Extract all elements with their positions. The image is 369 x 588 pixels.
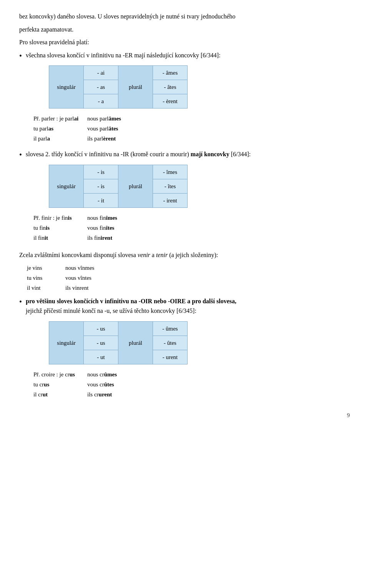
- cell-it: - it: [84, 193, 118, 207]
- cell-urent: - urent: [153, 350, 188, 364]
- ex3-nous-bold: ûmes: [104, 371, 117, 378]
- venir-il: il vint: [27, 283, 65, 292]
- ex3-ils-bold: urent: [99, 391, 112, 398]
- ex3-tu: tu crus: [33, 380, 87, 389]
- ex1-ils: ils parlèrent: [87, 134, 116, 143]
- example-row-il: il parla ils parlèrent: [33, 134, 350, 143]
- venir-row-il: il vint ils vinrent: [27, 283, 350, 292]
- table-row: singulár - is plurál - îmes: [49, 165, 188, 179]
- ex3-je-bold: us: [70, 371, 75, 378]
- ex3-vous-bold: ûtes: [104, 381, 114, 388]
- table-ir: singulár - is plurál - îmes - is - îtes …: [49, 165, 188, 208]
- table-row: singulár - ai plurál - âmes: [49, 66, 188, 80]
- table2-wrapper: singulár - is plurál - îmes - is - îtes …: [49, 165, 350, 208]
- bullet-dot-1: •: [19, 50, 22, 62]
- cell-us1: - us: [84, 321, 118, 336]
- ex2-je-bold: is: [68, 215, 72, 221]
- cell-irent: - irent: [153, 193, 188, 207]
- page-content: bez koncovky) daného slovesa. U sloves n…: [19, 12, 350, 420]
- cell-umes: - ûmes: [153, 321, 188, 336]
- bullet-item-2: • slovesa 2. třídy končící v infinitivu …: [19, 149, 350, 246]
- cell-ai: - ai: [84, 66, 118, 80]
- bullet-dot-2: •: [19, 149, 22, 161]
- venir-tu: tu vins: [27, 273, 65, 282]
- cell-utes: - ûtes: [153, 336, 188, 350]
- cell-us2: - us: [84, 336, 118, 350]
- ex1-nous-bold: âmes: [108, 115, 121, 122]
- ex1-je-bold: ai: [74, 115, 78, 122]
- cell-ut: - ut: [84, 350, 118, 364]
- ex2-je: Př. finir : je finis: [33, 213, 87, 222]
- cell-is2: - is: [84, 179, 118, 193]
- example2-row-tu: tu finis vous finîtes: [33, 223, 350, 232]
- venir-row-tu: tu vins vous vîntes: [27, 273, 350, 282]
- ex2-tu-bold: is: [46, 225, 50, 231]
- ex3-je: Př. croire : je crus: [33, 370, 87, 379]
- tenir-italic: tenir: [156, 252, 168, 258]
- table3-wrapper: singulár - us plurál - ûmes - us - ûtes …: [49, 321, 350, 364]
- top-text-2: perfekta zapamatovat.: [19, 25, 350, 35]
- bullet-text-3: pro většinu sloves končících v infinitiv…: [26, 296, 350, 403]
- bullet3-bold: pro většinu sloves končících v infinitiv…: [26, 298, 236, 304]
- bullet3-text: pro většinu sloves končících v infinitiv…: [26, 298, 236, 304]
- plural-label-3: plurál: [118, 321, 153, 364]
- ex1-je: Př. parler : je parlai: [33, 114, 87, 123]
- table-row: singulár - us plurál - ûmes: [49, 321, 188, 336]
- table-oir: singulár - us plurál - ûmes - us - ûtes …: [49, 321, 188, 364]
- venir-block: je vins nous vînmes tu vins vous vîntes …: [27, 263, 350, 292]
- venir-row-je: je vins nous vînmes: [27, 263, 350, 272]
- ex1-tu-bold: as: [48, 125, 53, 132]
- singular-label-1: singulár: [49, 66, 84, 109]
- bullet3-text2: jejichž příčestí minulé končí na -u, se …: [26, 307, 196, 314]
- ex2-ils-bold: irent: [101, 235, 113, 241]
- bullet-text-1: všechna slovesa končící v infinitivu na …: [26, 50, 350, 147]
- ex1-nous: nous parlâmes: [87, 114, 121, 123]
- page-number: 9: [19, 411, 350, 420]
- ex1-vous-bold: âtes: [108, 125, 118, 132]
- ex2-vous: vous finîtes: [87, 223, 114, 232]
- ex1-ils-bold: èrent: [103, 135, 116, 142]
- cell-ites: - îtes: [153, 179, 188, 193]
- ex3-ils: ils crurent: [87, 390, 112, 399]
- singular-label-3: singulár: [49, 321, 84, 364]
- plural-label-2: plurál: [118, 165, 153, 207]
- venir-je: je vins: [27, 263, 65, 272]
- table-er: singulár - ai plurál - âmes - as - âtes …: [49, 65, 188, 109]
- example2-row-je: Př. finir : je finis nous finîmes: [33, 213, 350, 222]
- example-row-tu: tu parlas vous parlâtes: [33, 124, 350, 133]
- cell-ates: - âtes: [153, 80, 188, 94]
- venir-vous: vous vîntes: [65, 273, 91, 282]
- bullet1-text: všechna slovesa končící v infinitivu na …: [26, 52, 221, 58]
- example-croire: Př. croire : je crus nous crûmes tu crus…: [33, 370, 350, 399]
- ex2-nous: nous finîmes: [87, 213, 117, 222]
- bullet-item-3: • pro většinu sloves končících v infinit…: [19, 296, 350, 403]
- ex2-vous-bold: îtes: [106, 225, 115, 231]
- bullet-intro-label: Pro slovesa pravidelná platí:: [19, 39, 89, 45]
- example2-row-il: il finit ils finirent: [33, 233, 350, 242]
- ex3-il: il crut: [33, 390, 87, 399]
- cell-a: - a: [84, 94, 118, 109]
- bullet-text-2: slovesa 2. třídy končící v infinitivu na…: [26, 149, 350, 246]
- venir-nous: nous vînmes: [65, 263, 94, 272]
- ex3-vous: vous crûtes: [87, 380, 114, 389]
- ex1-il: il parla: [33, 134, 87, 143]
- ex3-il-bold: ut: [43, 391, 48, 398]
- ex2-il: il finit: [33, 233, 87, 242]
- bullet2-bold: mají koncovky: [191, 151, 229, 157]
- venir-ils: ils vinrent: [65, 283, 88, 292]
- ex2-il-bold: it: [45, 235, 48, 241]
- ex1-vous: vous parlâtes: [87, 124, 118, 133]
- example-row-je: Př. parler : je parlai nous parlâmes: [33, 114, 350, 123]
- venir-italic: venir: [138, 252, 150, 258]
- top-text-1: bez koncovky) daného slovesa. U sloves n…: [19, 12, 350, 22]
- example-parler: Př. parler : je parlai nous parlâmes tu …: [33, 114, 350, 143]
- cell-is1: - is: [84, 165, 118, 179]
- cell-erent: - èrent: [153, 94, 188, 109]
- singular-label-2: singulár: [49, 165, 84, 207]
- bullet2-text: slovesa 2. třídy končící v infinitivu na…: [26, 151, 251, 157]
- pravidelna-intro: Pro slovesa pravidelná platí:: [19, 37, 350, 47]
- bullet-item-1: • všechna slovesa končící v infinitivu n…: [19, 50, 350, 147]
- ex2-tu: tu finis: [33, 223, 87, 232]
- ex2-nous-bold: îmes: [106, 215, 117, 221]
- bullet-dot-3: •: [19, 296, 22, 308]
